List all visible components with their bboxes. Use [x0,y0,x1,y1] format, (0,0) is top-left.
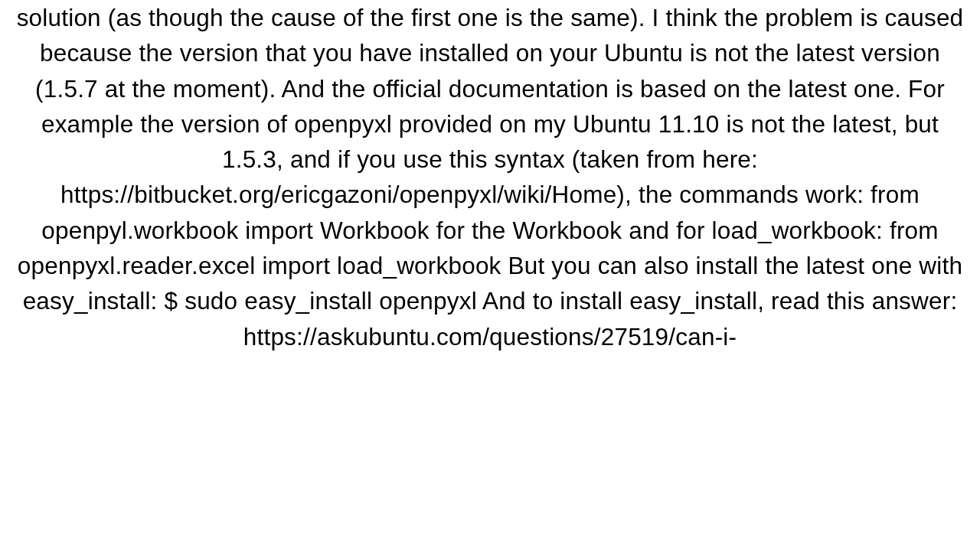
document-body: solution (as though the cause of the fir… [0,0,980,354]
paragraph-text: solution (as though the cause of the fir… [17,4,964,350]
